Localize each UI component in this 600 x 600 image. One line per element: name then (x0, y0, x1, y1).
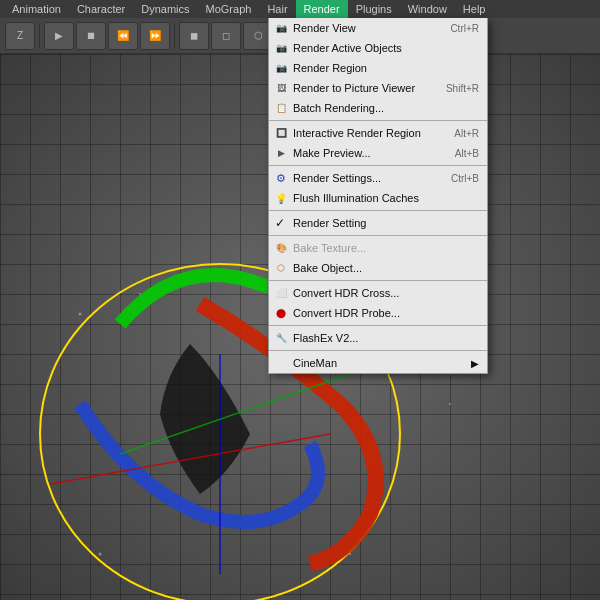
menu-item-preview[interactable]: ▶ Make Preview... Alt+B (269, 143, 487, 163)
menu-item-hdr-probe-label: Convert HDR Probe... (293, 307, 400, 319)
menubar-window[interactable]: Window (400, 0, 455, 18)
z-icon: Z (17, 30, 23, 41)
toolbar-btn-cube[interactable]: ◼ (179, 22, 209, 50)
render-picture-icon: 🖼 (273, 80, 289, 96)
menubar-dynamics[interactable]: Dynamics (133, 0, 197, 18)
menu-item-render-view-label: Render View (293, 22, 356, 34)
render-settings-icon: ⚙ (273, 170, 289, 186)
bake-object-icon: ⬡ (273, 260, 289, 276)
stop-icon: ⏹ (86, 30, 96, 41)
preview-shortcut: Alt+B (435, 148, 479, 159)
checkmark-icon: ✓ (275, 216, 285, 230)
sep-4 (269, 235, 487, 236)
menu-item-flush-label: Flush Illumination Caches (293, 192, 419, 204)
sep-3 (269, 210, 487, 211)
menu-item-cineman-label: CineMan (293, 357, 337, 369)
menu-item-hdr-cross-label: Convert HDR Cross... (293, 287, 399, 299)
hdr-probe-icon: ⬤ (273, 305, 289, 321)
svg-point-4 (79, 313, 82, 316)
batch-icon: 📋 (273, 100, 289, 116)
menu-item-render-region-label: Render Region (293, 62, 367, 74)
menu-item-cineman[interactable]: CineMan ▶ (269, 353, 487, 373)
render-settings-shortcut: Ctrl+B (431, 173, 479, 184)
sep-6 (269, 325, 487, 326)
render-picture-shortcut: Shift+R (426, 83, 479, 94)
menu-item-flashex[interactable]: 🔧 FlashEx V2... (269, 328, 487, 348)
menu-item-hdr-cross[interactable]: ⬜ Convert HDR Cross... (269, 283, 487, 303)
toolbar-btn-stop[interactable]: ⏹ (76, 22, 106, 50)
toolbar-btn-sphere[interactable]: ◻ (211, 22, 241, 50)
toolbar-sep-2 (174, 24, 175, 48)
menu-item-render-settings[interactable]: ⚙ Render Settings... Ctrl+B (269, 168, 487, 188)
sep-7 (269, 350, 487, 351)
menu-item-bake-texture-label: Bake Texture... (293, 242, 366, 254)
flush-icon: 💡 (273, 190, 289, 206)
menu-item-hdr-probe[interactable]: ⬤ Convert HDR Probe... (269, 303, 487, 323)
ff-icon: ⏩ (149, 30, 161, 41)
menu-item-bake-texture[interactable]: 🎨 Bake Texture... (269, 238, 487, 258)
menu-item-bake-object-label: Bake Object... (293, 262, 362, 274)
menu-item-batch[interactable]: 📋 Batch Rendering... (269, 98, 487, 118)
bake-texture-icon: 🎨 (273, 240, 289, 256)
menubar-plugins[interactable]: Plugins (348, 0, 400, 18)
menubar-render[interactable]: Render (296, 0, 348, 18)
toolbar-btn-play[interactable]: ▶ (44, 22, 74, 50)
menu-item-render-view[interactable]: 📷 Render View Ctrl+R (269, 18, 487, 38)
sep-1 (269, 120, 487, 121)
render-active-icon: 📷 (273, 40, 289, 56)
svg-point-7 (449, 403, 451, 405)
preview-icon: ▶ (273, 145, 289, 161)
menubar-character[interactable]: Character (69, 0, 133, 18)
toolbar-btn-rewind[interactable]: ⏪ (108, 22, 138, 50)
render-view-icon: 📷 (273, 20, 289, 36)
rewind-icon: ⏪ (117, 30, 129, 41)
menu-item-render-active[interactable]: 📷 Render Active Objects (269, 38, 487, 58)
sep-5 (269, 280, 487, 281)
render-dropdown-menu: 📷 Render View Ctrl+R 📷 Render Active Obj… (268, 18, 488, 374)
menubar-hair[interactable]: Hair (259, 0, 295, 18)
flashex-icon: 🔧 (273, 330, 289, 346)
menu-item-render-setting[interactable]: ✓ Render Setting (269, 213, 487, 233)
hex-icon: ⬡ (254, 30, 263, 41)
menu-item-render-picture[interactable]: 🖼 Render to Picture Viewer Shift+R (269, 78, 487, 98)
menubar-help[interactable]: Help (455, 0, 494, 18)
cineman-arrow-icon: ▶ (471, 358, 479, 369)
menu-item-render-picture-label: Render to Picture Viewer (293, 82, 415, 94)
toolbar-sep-1 (39, 24, 40, 48)
render-region-icon: 📷 (273, 60, 289, 76)
toolbar-btn-ff[interactable]: ⏩ (140, 22, 170, 50)
play-icon: ▶ (55, 30, 63, 41)
hdr-cross-icon: ⬜ (273, 285, 289, 301)
menu-item-render-setting-label: Render Setting (293, 217, 366, 229)
menubar-mograph[interactable]: MoGraph (198, 0, 260, 18)
menubar: Animation Character Dynamics MoGraph Hai… (0, 0, 600, 18)
menu-item-flush[interactable]: 💡 Flush Illumination Caches (269, 188, 487, 208)
render-view-shortcut: Ctrl+R (430, 23, 479, 34)
menu-item-render-region[interactable]: 📷 Render Region (269, 58, 487, 78)
menu-item-render-active-label: Render Active Objects (293, 42, 402, 54)
toolbar-btn-z[interactable]: Z (5, 22, 35, 50)
menubar-animation[interactable]: Animation (4, 0, 69, 18)
cube-icon: ◼ (190, 30, 198, 41)
menu-item-preview-label: Make Preview... (293, 147, 371, 159)
svg-point-5 (139, 293, 141, 295)
irr-icon: 🔲 (273, 125, 289, 141)
menu-item-batch-label: Batch Rendering... (293, 102, 384, 114)
menu-item-bake-object[interactable]: ⬡ Bake Object... (269, 258, 487, 278)
sep-2 (269, 165, 487, 166)
menu-item-flashex-label: FlashEx V2... (293, 332, 358, 344)
svg-point-9 (349, 553, 351, 555)
menu-item-render-settings-label: Render Settings... (293, 172, 381, 184)
cineman-icon (273, 355, 289, 371)
irr-shortcut: Alt+R (434, 128, 479, 139)
menu-item-irr-label: Interactive Render Region (293, 127, 421, 139)
menu-item-irr[interactable]: 🔲 Interactive Render Region Alt+R (269, 123, 487, 143)
svg-point-8 (99, 553, 102, 556)
sphere-icon: ◻ (222, 30, 230, 41)
